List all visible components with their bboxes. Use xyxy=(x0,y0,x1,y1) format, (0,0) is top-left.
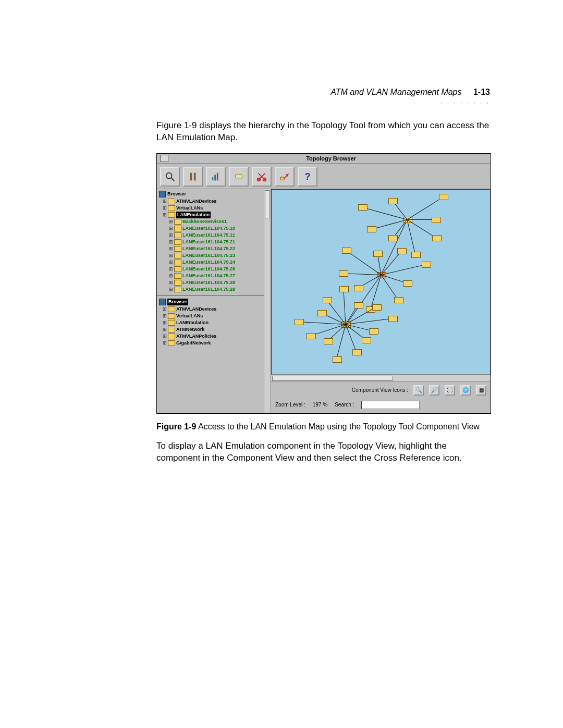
zoom-level-value: 197 % xyxy=(313,402,327,408)
svg-rect-7 xyxy=(236,174,242,178)
topology-browser-window: Topology Browser ? Browser⊞ATMVLANDevice… xyxy=(156,153,491,414)
cut-button[interactable] xyxy=(252,167,272,187)
globe-icon[interactable]: 🌐 xyxy=(460,385,471,396)
component-view-icons-label: Component View Icons : xyxy=(352,387,408,393)
filter-button[interactable] xyxy=(183,167,203,187)
tree-item[interactable]: ⊞ATMNetwork xyxy=(159,326,270,333)
figure-caption: Figure 1-9 Access to the LAN Emulation M… xyxy=(156,421,490,433)
tree-item[interactable]: ⊞VirtualLANs xyxy=(159,205,270,212)
svg-rect-12 xyxy=(280,177,284,180)
tree-item[interactable]: ⊞BackboneServices1 xyxy=(159,218,270,225)
zoom-level-label: Zoom Level : xyxy=(275,402,305,408)
svg-rect-5 xyxy=(214,175,216,180)
zoom-out-icon[interactable]: 🔎 xyxy=(429,385,439,396)
canvas-horizontal-scrollbar[interactable] xyxy=(271,375,491,381)
tree-pane: Browser⊞ATMVLANDevices⊞VirtualLANs⊞LANEm… xyxy=(157,189,271,413)
intro-paragraph: Figure 1-9 displays the hierarchy in the… xyxy=(156,120,490,144)
tree-item[interactable]: ⊞LANEuser161.104.75.29 xyxy=(159,286,270,293)
tree-item[interactable]: ⊞LANEuser161.104.75.21 xyxy=(159,239,270,245)
layout-icon[interactable]: ▦ xyxy=(476,385,486,396)
tree-item[interactable]: ⊞LANEmulation xyxy=(159,212,270,218)
tree-item[interactable]: ⊞LANEuser161.104.75.24 xyxy=(159,259,270,266)
window-title: Topology Browser xyxy=(172,155,491,162)
search-label: Search : xyxy=(335,402,354,408)
svg-rect-2 xyxy=(190,173,192,181)
svg-rect-4 xyxy=(212,177,214,180)
tree-item[interactable]: ⊞LANEmulation xyxy=(159,319,270,326)
svg-rect-6 xyxy=(217,173,218,181)
zoom-in-icon[interactable]: 🔍 xyxy=(413,385,424,396)
tree-item[interactable]: ⊞LANEuser161.104.75.26 xyxy=(159,266,270,273)
figure-caption-text: Access to the LAN Emulation Map using th… xyxy=(198,422,480,431)
svg-text:?: ? xyxy=(305,171,311,182)
help-button[interactable]: ? xyxy=(298,167,317,187)
fit-icon[interactable]: ⛶ xyxy=(445,385,455,396)
svg-rect-3 xyxy=(194,173,196,181)
tree-item[interactable]: ⊞LANEuser161.104.75.27 xyxy=(159,273,270,279)
chart-button[interactable] xyxy=(206,167,226,187)
tree-item[interactable]: ⊞GigabitNetwork xyxy=(159,340,270,347)
status-row-icons: Component View Icons : 🔍 🔎 ⛶ 🌐 ▦ xyxy=(271,381,491,399)
component-tree-top[interactable]: Browser⊞ATMVLANDevices⊞VirtualLANs⊞LANEm… xyxy=(157,189,271,294)
tree-item[interactable]: ⊞ATMVLANPolicies xyxy=(159,333,270,340)
tree-item[interactable]: ⊞ATMVLANDevices xyxy=(159,306,270,313)
tree-item[interactable]: ⊞LANEuser161.104.75.10 xyxy=(159,225,270,232)
toolbar: ? xyxy=(157,164,491,189)
header-title: ATM and VLAN Management Maps xyxy=(331,88,461,96)
tree-item[interactable]: ⊞ATMVLANDevices xyxy=(159,198,270,205)
tree-item[interactable]: ⊞LANEuser161.104.75.28 xyxy=(159,279,270,286)
search-button[interactable] xyxy=(160,167,180,187)
figure-number: Figure 1-9 xyxy=(156,422,196,431)
status-row-zoom: Zoom Level : 197 % Search : xyxy=(271,399,491,413)
header-dots: · · · · · · · · xyxy=(440,99,490,106)
tree-root[interactable]: Browser xyxy=(159,298,270,306)
window-titlebar: Topology Browser xyxy=(157,154,491,164)
outro-paragraph: To display a LAN Emulation component in … xyxy=(156,440,490,464)
tree-scrollbar[interactable] xyxy=(264,189,271,413)
tag-button[interactable] xyxy=(229,167,249,187)
cross-reference-button[interactable] xyxy=(275,167,295,187)
tree-root[interactable]: Browser xyxy=(159,190,270,198)
tree-item[interactable]: ⊞VirtualLANs xyxy=(159,313,270,319)
window-system-menu[interactable] xyxy=(160,155,168,162)
tree-item[interactable]: ⊞LANEuser161.104.75.11 xyxy=(159,232,270,239)
svg-line-1 xyxy=(172,178,175,181)
tree-item[interactable]: ⊞LANEuser161.104.75.23 xyxy=(159,252,270,259)
component-tree-bottom[interactable]: Browser⊞ATMVLANDevices⊞VirtualLANs⊞LANEm… xyxy=(157,297,271,348)
svg-point-0 xyxy=(166,173,172,179)
topology-canvas[interactable] xyxy=(271,189,491,375)
search-input[interactable] xyxy=(361,401,420,409)
page-number: 1-13 xyxy=(473,88,490,96)
running-header: ATM and VLAN Management Maps 1-13 xyxy=(331,88,490,97)
tree-item[interactable]: ⊞LANEuser161.104.75.22 xyxy=(159,245,270,252)
